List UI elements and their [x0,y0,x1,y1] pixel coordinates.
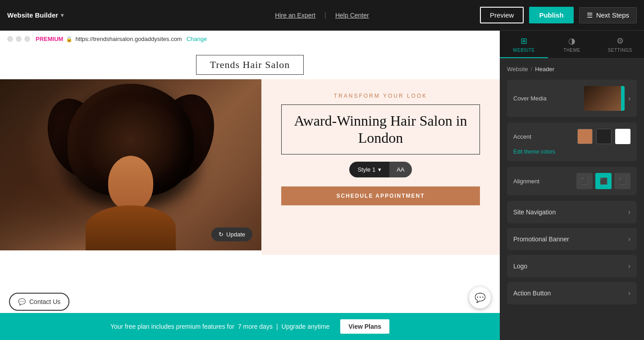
align-left-icon: ⬛ [581,177,589,185]
logo-row[interactable]: Logo › [507,255,637,277]
refresh-icon: ↻ [219,231,224,238]
accent-colors [577,129,630,144]
panel-content: Website / Header Cover Media › [500,59,644,340]
hero-right: TRANSFORM YOUR LOOK Award-Winning Hair S… [261,79,500,255]
site-title-bar: Trends Hair Salon [0,47,500,79]
nav-right: Preview Publish ☰ Next Steps [480,7,637,23]
edit-theme-colors-link[interactable]: Edit theme colors [513,149,630,155]
cover-media-chevron-icon: › [628,95,630,103]
days-link[interactable]: 7 more days [238,323,273,330]
alignment-card: Alignment ⬛ ⬛ ⬛ [507,167,637,195]
website-content: Trends Hair Salon ↻ Update [0,47,500,340]
banner-sep: | [276,323,278,330]
preview-button[interactable]: Preview [480,7,524,23]
update-label: Update [226,231,245,238]
accent-swatch-3[interactable] [615,129,630,144]
canvas-area: PREMIUM 🔒 https://trendshairsalon.godadd… [0,31,500,340]
headline-text: Award-Winning Hair Salon in London [291,112,470,147]
top-navigation: Website Builder ▾ Hire an Expert | Help … [0,0,644,31]
accent-label: Accent [513,133,531,140]
accent-card: Accent Edit theme colors [507,122,637,161]
browser-dot-2 [16,36,22,42]
style-toolbar: Style 1 ▾ AA [349,162,411,177]
nav-center: Hire an Expert | Help Center [275,11,369,19]
accent-swatch-1[interactable] [577,129,593,144]
next-steps-icon: ☰ [587,11,593,19]
brand-chevron-icon: ▾ [61,12,64,18]
chat-bubble-button[interactable]: 💬 [469,287,491,308]
brand-label: Website Builder [7,11,58,19]
bottom-banner: Your free plan includes premium features… [0,313,500,340]
panel-tabs: ⊞ WEBSITE ◑ THEME ⚙ SETTINGS [500,31,644,59]
next-steps-label: Next Steps [596,11,629,19]
website-tab-icon: ⊞ [521,36,527,46]
browser-url-bar: PREMIUM 🔒 https://trendshairsalon.godadd… [36,36,493,42]
upgrade-text: Upgrade anytime [282,323,330,330]
site-navigation-label: Site Navigation [513,209,556,216]
chat-bubble-icon: 💬 [475,292,486,303]
tab-theme[interactable]: ◑ THEME [548,31,596,58]
action-button-label: Action Button [513,290,551,297]
action-button-row[interactable]: Action Button › [507,282,637,304]
align-center-icon: ⬛ [600,177,607,185]
premium-badge: PREMIUM [36,36,63,42]
tab-settings[interactable]: ⚙ SETTINGS [596,31,644,58]
action-button-chevron-icon: › [628,289,630,297]
promotional-banner-row[interactable]: Promotional Banner › [507,228,637,250]
transform-label: TRANSFORM YOUR LOOK [334,93,427,99]
face-area [108,156,153,210]
settings-tab-label: SETTINGS [608,48,632,53]
right-panel: ⊞ WEBSITE ◑ THEME ⚙ SETTINGS Website / H… [500,31,644,340]
main-layout: PREMIUM 🔒 https://trendshairsalon.godadd… [0,31,644,340]
shoulder-area [86,205,176,250]
headline-box: Award-Winning Hair Salon in London [281,104,480,154]
cover-media-label: Cover Media [513,95,547,102]
banner-text: Your free plan includes premium features… [110,323,234,330]
style-label: Style 1 [357,166,375,173]
view-plans-button[interactable]: View Plans [340,319,389,334]
accent-swatch-2[interactable] [596,129,612,144]
browser-dot-1 [7,36,13,42]
site-title: Trends Hair Salon [196,55,304,75]
theme-tab-label: THEME [563,48,580,53]
next-steps-button[interactable]: ☰ Next Steps [579,7,637,23]
chat-icon: 💬 [18,298,26,305]
tab-website[interactable]: ⊞ WEBSITE [500,31,548,58]
website-tab-label: WEBSITE [513,48,535,53]
update-button[interactable]: ↻ Update [211,227,252,241]
browser-chrome: PREMIUM 🔒 https://trendshairsalon.godadd… [0,31,500,47]
contact-us-button[interactable]: 💬 Contact Us [9,293,69,311]
publish-button[interactable]: Publish [529,7,573,23]
style-chevron-icon: ▾ [378,166,381,173]
schedule-appointment-button[interactable]: SCHEDULE APPOINTMENT [281,186,480,205]
promotional-banner-chevron-icon: › [628,235,630,243]
logo-chevron-icon: › [628,262,630,270]
font-size-icon: AA [397,166,404,173]
url-text: https://trendshairsalon.godaddysites.com [75,36,182,42]
brand-logo[interactable]: Website Builder ▾ [7,11,64,19]
browser-dots [7,36,30,42]
logo-label: Logo [513,263,527,270]
align-right-icon: ⬛ [619,177,626,185]
breadcrumb-separator: / [531,66,533,73]
browser-dot-3 [24,36,30,42]
change-url-link[interactable]: Change [187,36,207,42]
align-right-button[interactable]: ⬛ [614,173,630,189]
theme-tab-icon: ◑ [568,36,575,46]
breadcrumb-parent[interactable]: Website [507,66,528,73]
style-selector-button[interactable]: Style 1 ▾ [349,162,389,177]
woman-figure [59,84,203,250]
align-center-button[interactable]: ⬛ [595,173,612,189]
font-size-button[interactable]: AA [389,162,411,177]
hero-image: ↻ Update [0,79,261,250]
lock-icon: 🔒 [66,36,73,42]
cover-media-card[interactable]: Cover Media › [507,80,637,117]
breadcrumb-current: Header [535,66,554,73]
site-navigation-row[interactable]: Site Navigation › [507,201,637,223]
promotional-banner-label: Promotional Banner [513,236,569,243]
align-left-button[interactable]: ⬛ [576,173,593,189]
contact-us-label: Contact Us [29,298,60,305]
cover-media-thumbnail [584,86,625,111]
hire-expert-link[interactable]: Hire an Expert [275,12,315,19]
help-center-link[interactable]: Help Center [335,12,369,19]
